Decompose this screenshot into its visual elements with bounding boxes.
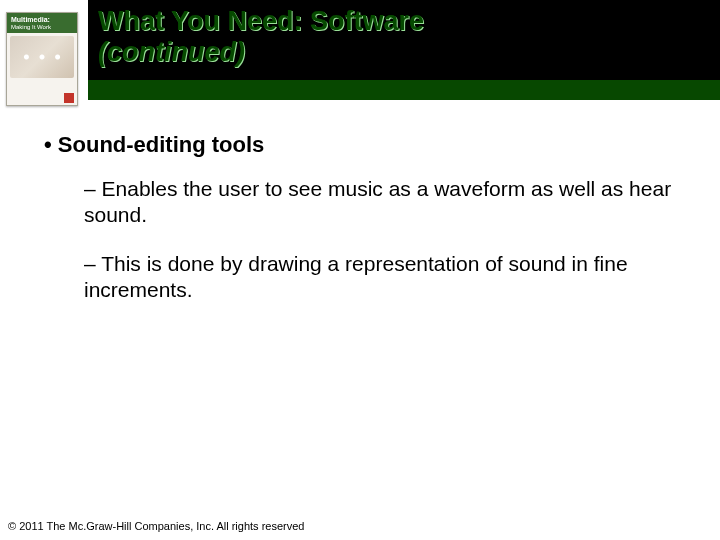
slide-header: Multimedia: Making It Work What You Need… [0, 0, 720, 100]
sub-bullet: Enables the user to see music as a wavef… [84, 176, 680, 229]
book-thumbnail: Multimedia: Making It Work [6, 12, 78, 106]
thumbnail-title: Multimedia: [11, 16, 50, 23]
bullet-heading: Sound-editing tools [44, 132, 680, 158]
title-bar: What You Need: Software (continued) [88, 0, 720, 80]
slide-title-line1: What You Need: Software [98, 6, 710, 37]
thumbnail-caption: Multimedia: Making It Work [7, 13, 77, 33]
slide-body: Sound-editing tools Enables the user to … [0, 118, 720, 512]
thumbnail-image [10, 36, 74, 78]
title-underline [88, 80, 720, 100]
thumbnail-subtitle: Making It Work [11, 24, 73, 31]
copyright-footer: © 2011 The Mc.Graw-Hill Companies, Inc. … [8, 520, 304, 532]
slide-title-line2: (continued) [98, 37, 710, 68]
publisher-logo-icon [64, 93, 74, 103]
slide: Multimedia: Making It Work What You Need… [0, 0, 720, 540]
sub-bullet: This is done by drawing a representation… [84, 251, 680, 304]
